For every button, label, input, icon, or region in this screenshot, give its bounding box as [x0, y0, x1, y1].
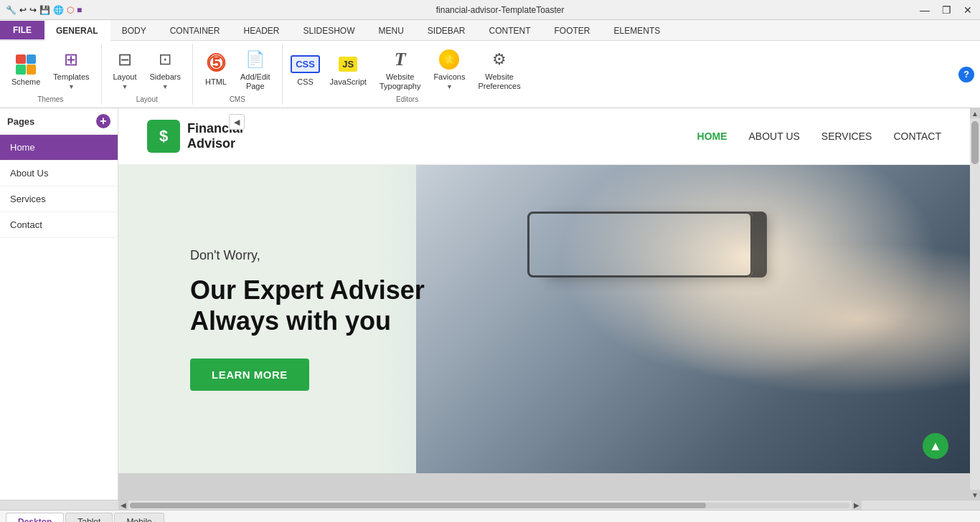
- css-label: CSS: [297, 77, 314, 87]
- window-title: financial-advisor-TemplateToaster: [436, 5, 565, 15]
- preferences-label: WebsitePreferences: [478, 72, 520, 91]
- ribbon-tabs: FILE GENERAL BODY CONTAINER HEADER SLIDE…: [0, 20, 980, 41]
- css-icon: CSS: [291, 55, 320, 73]
- sidebar-item-services[interactable]: Services: [0, 186, 118, 212]
- add-page-button[interactable]: +: [96, 114, 110, 128]
- editors-group-label: Editors: [396, 95, 418, 103]
- tab-desktop[interactable]: Desktop: [6, 513, 64, 522]
- tab-body[interactable]: BODY: [110, 20, 159, 40]
- html-button[interactable]: ⓹ HTML: [199, 50, 233, 90]
- layout-icon: ⊟: [118, 49, 132, 70]
- sidebars-icon: ⊡: [159, 50, 171, 69]
- sidebar-header: Pages +: [0, 108, 118, 135]
- tab-menu[interactable]: MENU: [367, 20, 416, 40]
- app-icon-4: 💾: [39, 5, 50, 15]
- app-icon-5: 🌐: [53, 5, 64, 15]
- ribbon-group-editors: CSS CSS JS JavaScript T WebsiteTypogr: [283, 44, 532, 105]
- h-scrollbar-track[interactable]: [130, 503, 850, 508]
- sidebars-button[interactable]: ⊡ Sidebars▼: [144, 45, 187, 94]
- ribbon: FILE GENERAL BODY CONTAINER HEADER SLIDE…: [0, 20, 980, 108]
- hero-content: Don't Worry, Our Expert Adviser Always w…: [118, 248, 425, 390]
- templates-button[interactable]: ⊞ Templates▼: [47, 45, 95, 94]
- hero-title: Our Expert Adviser Always with you: [190, 275, 425, 336]
- app-icon-7: ■: [77, 5, 82, 15]
- favicons-button[interactable]: ⭐ Favicons▼: [428, 45, 471, 94]
- sidebar-item-about[interactable]: About Us: [0, 161, 118, 186]
- hero-photo: [416, 165, 970, 473]
- addedit-button[interactable]: 📄 Add/EditPage: [235, 45, 276, 94]
- nav-about[interactable]: ABOUT US: [749, 130, 800, 142]
- nav-home[interactable]: HOME: [697, 130, 727, 142]
- sidebar-item-home[interactable]: Home: [0, 135, 118, 161]
- website-typography-button[interactable]: T WebsiteTypography: [374, 45, 426, 94]
- tab-file[interactable]: FILE: [0, 21, 44, 39]
- tab-footer[interactable]: FOOTER: [543, 20, 603, 40]
- html5-icon: ⓹: [207, 53, 225, 75]
- addedit-icon: 📄: [245, 50, 265, 69]
- scroll-up-button[interactable]: ▲: [970, 108, 980, 118]
- sidebar-collapse-button[interactable]: ◀: [229, 114, 245, 130]
- site-nav: HOME ABOUT US SERVICES CONTACT: [697, 130, 941, 142]
- main-area: Pages + Home About Us Services Contact ◀…: [0, 108, 980, 500]
- layout-button[interactable]: ⊟ Layout▼: [108, 45, 143, 94]
- canvas-scrollable[interactable]: $ Financial Advisor HOME ABOUT US SERVIC…: [118, 108, 970, 500]
- scheme-button[interactable]: Scheme: [6, 50, 46, 90]
- sidebars-label: Sidebars▼: [150, 72, 181, 91]
- minimize-button[interactable]: —: [918, 4, 931, 16]
- addedit-label: Add/EditPage: [240, 72, 270, 91]
- logo-symbol: $: [159, 127, 168, 146]
- nav-services[interactable]: SERVICES: [821, 130, 872, 142]
- website-preferences-button[interactable]: ⚙ WebsitePreferences: [472, 45, 526, 94]
- horizontal-scrollbar[interactable]: ◀ ▶: [0, 500, 980, 510]
- app-icon-2: ↩: [19, 5, 27, 15]
- tab-elements[interactable]: ELEMENTS: [603, 20, 673, 40]
- scroll-down-button[interactable]: ▼: [970, 490, 980, 500]
- help-button[interactable]: ?: [958, 67, 974, 82]
- scroll-right-button[interactable]: ▶: [852, 500, 862, 511]
- learn-more-button[interactable]: LEARN MORE: [190, 359, 309, 391]
- h-scrollbar-thumb[interactable]: [130, 503, 706, 508]
- templates-icon: ⊞: [64, 49, 78, 70]
- nav-contact[interactable]: CONTACT: [893, 130, 941, 142]
- title-bar: 🔧 ↩ ↪ 💾 🌐 ⬡ ■ financial-advisor-Template…: [0, 0, 980, 20]
- scroll-left-button[interactable]: ◀: [118, 500, 128, 511]
- pages-title: Pages: [7, 116, 34, 127]
- app-icon-1: 🔧: [6, 5, 17, 15]
- cms-group-label: CMS: [230, 95, 245, 103]
- templates-label: Templates▼: [53, 72, 89, 91]
- tab-general[interactable]: GENERAL: [44, 20, 110, 41]
- scrollbar-thumb[interactable]: [971, 121, 979, 164]
- typography-label: WebsiteTypography: [380, 72, 420, 91]
- tab-header[interactable]: HEADER: [232, 20, 291, 40]
- app-icon-3: ↪: [29, 5, 37, 15]
- title-bar-left: 🔧 ↩ ↪ 💾 🌐 ⬡ ■: [6, 5, 82, 15]
- pages-sidebar: Pages + Home About Us Services Contact: [0, 108, 118, 500]
- tab-container[interactable]: CONTAINER: [159, 20, 232, 40]
- html-label: HTML: [205, 77, 227, 87]
- ribbon-group-themes: Scheme ⊞ Templates▼ Themes: [0, 44, 102, 105]
- layout-label: Layout▼: [113, 72, 137, 91]
- tab-mobile[interactable]: Mobile: [114, 513, 164, 522]
- hero-subtitle: Don't Worry,: [190, 248, 425, 263]
- ribbon-group-cms: ⓹ HTML 📄 Add/EditPage CMS: [193, 44, 283, 105]
- canvas-area: $ Financial Advisor HOME ABOUT US SERVIC…: [118, 108, 980, 500]
- sidebar-item-contact[interactable]: Contact: [0, 212, 118, 238]
- vertical-scrollbar[interactable]: ▲ ▼: [970, 108, 980, 500]
- ribbon-content: Scheme ⊞ Templates▼ Themes ⊟: [0, 41, 980, 108]
- ribbon-group-layout: ⊟ Layout▼ ⊡ Sidebars▼ Layout: [102, 44, 193, 105]
- scheme-icon: [16, 54, 36, 75]
- layout-group-label: Layout: [136, 95, 158, 103]
- tab-sidebar[interactable]: SIDEBAR: [416, 20, 478, 40]
- javascript-button[interactable]: JS JavaScript: [324, 50, 372, 90]
- restore-button[interactable]: ❐: [940, 4, 953, 16]
- tab-content[interactable]: CONTENT: [478, 20, 543, 40]
- typography-icon: T: [395, 49, 406, 70]
- hero-background: [416, 165, 970, 473]
- preferences-icon: ⚙: [492, 50, 507, 69]
- site-header: $ Financial Advisor HOME ABOUT US SERVIC…: [118, 108, 970, 165]
- bottom-bar: Desktop Tablet Mobile: [0, 510, 980, 522]
- css-button[interactable]: CSS CSS: [288, 50, 323, 90]
- close-button[interactable]: ✕: [961, 4, 974, 16]
- tab-slideshow[interactable]: SLIDESHOW: [291, 20, 367, 40]
- tab-tablet[interactable]: Tablet: [65, 513, 113, 522]
